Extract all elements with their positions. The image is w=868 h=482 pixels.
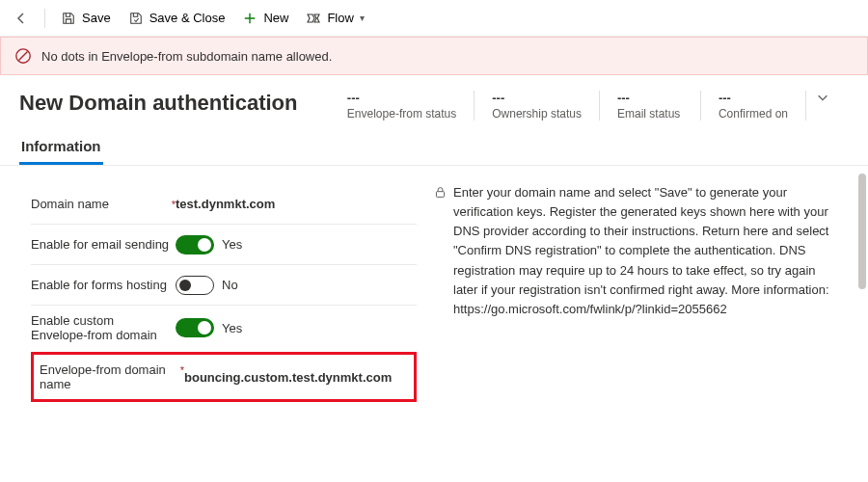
- save-label: Save: [82, 11, 111, 25]
- status-value: ---: [719, 91, 788, 105]
- back-icon: [14, 11, 29, 26]
- status-value: ---: [617, 91, 683, 105]
- status-label: Email status: [617, 107, 683, 120]
- toggle-switch[interactable]: [176, 235, 214, 254]
- error-message: No dots in Envelope-from subdomain name …: [41, 49, 332, 64]
- status-label: Confirmed on: [719, 107, 788, 120]
- field-enable-custom-envelope[interactable]: Enable custom Envelope-from domain Yes: [31, 305, 417, 350]
- field-enable-forms-hosting[interactable]: Enable for forms hosting No: [31, 264, 417, 305]
- form-column: Domain name test.dynmkt.com Enable for e…: [31, 183, 417, 455]
- status-confirmed-on: --- Confirmed on: [701, 91, 806, 120]
- lock-icon: [434, 185, 448, 199]
- tab-bar: Information: [0, 130, 868, 166]
- save-close-label: Save & Close: [149, 11, 226, 25]
- command-bar: Save Save & Close New Flow ▾: [0, 0, 868, 37]
- save-close-button[interactable]: Save & Close: [121, 7, 233, 30]
- svg-rect-2: [436, 192, 444, 198]
- back-button[interactable]: [6, 7, 37, 30]
- chevron-down-icon: ▾: [360, 13, 365, 23]
- field-enable-email-sending[interactable]: Enable for email sending Yes: [31, 224, 417, 264]
- page-header: New Domain authentication --- Envelope-f…: [0, 75, 868, 130]
- status-label: Ownership status: [492, 107, 582, 120]
- save-icon: [61, 11, 76, 26]
- toggle-value: Yes: [222, 237, 242, 252]
- save-close-icon: [128, 11, 144, 26]
- flow-button[interactable]: Flow ▾: [298, 7, 371, 30]
- field-label: Enable for forms hosting: [31, 278, 176, 292]
- error-banner: No dots in Envelope-from subdomain name …: [0, 37, 868, 75]
- help-text: Enter your domain name and select "Save"…: [453, 183, 837, 455]
- toggle-value: Yes: [222, 321, 242, 335]
- status-value: ---: [347, 91, 456, 105]
- error-icon: [14, 47, 32, 65]
- field-value: bouncing.custom.test.dynmkt.com: [184, 370, 392, 385]
- status-value: ---: [492, 91, 582, 105]
- toggle-switch[interactable]: [176, 276, 214, 295]
- help-panel: Enter your domain name and select "Save"…: [434, 183, 837, 455]
- status-envelope-from: --- Envelope-from status: [330, 91, 475, 120]
- save-button[interactable]: Save: [53, 7, 119, 30]
- scrollbar-thumb[interactable]: [858, 174, 866, 289]
- svg-line-1: [19, 52, 28, 61]
- toggle-switch[interactable]: [176, 318, 214, 337]
- status-ownership: --- Ownership status: [475, 91, 600, 120]
- flow-icon: [306, 11, 321, 26]
- field-label: Enable custom Envelope-from domain: [31, 313, 176, 342]
- status-email: --- Email status: [600, 91, 701, 120]
- field-domain-name[interactable]: Domain name test.dynmkt.com: [31, 183, 417, 224]
- field-value: test.dynmkt.com: [176, 197, 275, 211]
- field-envelope-from-domain[interactable]: Envelope-from domain name bouncing.custo…: [31, 352, 417, 402]
- field-label: Envelope-from domain name: [40, 362, 184, 391]
- toggle-value: No: [222, 278, 238, 292]
- status-label: Envelope-from status: [347, 107, 456, 120]
- page-title: New Domain authentication: [19, 91, 297, 116]
- new-label: New: [263, 11, 288, 25]
- plus-icon: [242, 11, 258, 26]
- form-content: Domain name test.dynmkt.com Enable for e…: [0, 166, 868, 474]
- status-group: --- Envelope-from status --- Ownership s…: [330, 91, 849, 120]
- field-label: Domain name: [31, 197, 176, 211]
- tab-information[interactable]: Information: [19, 130, 103, 165]
- expand-status-button[interactable]: [806, 91, 849, 108]
- new-button[interactable]: New: [234, 7, 296, 30]
- toolbar-separator: [44, 9, 45, 28]
- flow-label: Flow: [327, 11, 353, 25]
- field-label: Enable for email sending: [31, 237, 176, 252]
